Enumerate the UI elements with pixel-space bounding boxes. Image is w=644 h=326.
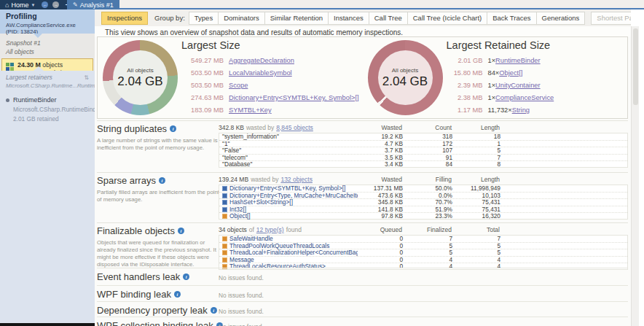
retainer-namespace: Microsoft.CSharp.RuntimeBinder (13, 106, 89, 113)
legend-type-link[interactable]: AggregateDeclaration (229, 57, 294, 64)
legend-item: 503.50 MB LocalVariableSymbol (181, 69, 359, 82)
table-row[interactable]: Message 0 4 4 (219, 256, 627, 263)
struct-icon (222, 207, 227, 212)
snapshot-icon (6, 63, 14, 71)
sparse-arrays-table: 139.24 MBwasted by132 objects Wasted Fil… (219, 175, 628, 220)
home-button[interactable]: ⌂ Home ▼ (3, 1, 37, 9)
table-rows: Dictionary+Entry<SYMTBL+Key, Symbol>[] 1… (219, 185, 628, 220)
section-sparse-arrays: Sparse arraysi Partially filled arrays a… (97, 172, 628, 222)
legend-type-link[interactable]: RuntimeBinder (495, 57, 541, 64)
class-icon (222, 257, 227, 263)
tab-shortest-paths[interactable]: Shortest Paths (591, 12, 631, 25)
legend-type-link[interactable]: Object[] (499, 69, 522, 77)
legend-item: 2.38 MB 1× ComplianceService (447, 94, 554, 106)
legend-item: 503.50 MB Scope (181, 82, 359, 94)
view-tabs: Inspections Group by: Types Dominators S… (95, 9, 631, 26)
retainer-item[interactable]: RuntimeBinder Microsoft.CSharp.RuntimeBi… (0, 96, 95, 123)
vertical-scrollbar[interactable] (631, 26, 639, 326)
legend-type-link[interactable]: LocalVariableSymbol (229, 69, 292, 77)
legend-item: 2.39 MB 1× UnityContainer (447, 82, 554, 94)
tab-analysis-1[interactable]: ✎ Analysis #1 (67, 0, 119, 9)
legend-type-link[interactable]: String (512, 106, 530, 114)
table-row[interactable]: ThreadLocal+FinalizationHelper<Concurren… (219, 249, 627, 255)
table-row[interactable]: "False" 3.7 KB 107 5 (219, 147, 627, 153)
profiling-header[interactable]: Profiling AW.ComplianceService.exe (PID:… (0, 9, 95, 34)
legend-type-link[interactable]: Scope (229, 82, 248, 89)
tab-inspections[interactable]: Inspections (101, 12, 148, 25)
objects-suffix: objects (41, 61, 63, 69)
largest-size-panel: All objects 2.04 GB Largest Size 549.27 … (98, 37, 363, 118)
panel-options-icon[interactable]: ⇅ (84, 74, 89, 81)
column-header: Wasted (357, 176, 402, 183)
section-wpf-binding-leak: WPF binding leaki No issues found. (97, 285, 628, 300)
legend-item: 1.17 MB 11,732× String (447, 106, 554, 119)
snapshot-label: Snapshot #1 (6, 39, 95, 47)
finalizable-objects-table: 34 objectsof12 type(s)found Queued Final… (219, 225, 628, 270)
objects-count-link[interactable]: 132 objects (280, 176, 312, 183)
table-row[interactable]: "telecom" 3.5 KB 91 7 (219, 154, 627, 160)
largest-size-donut-chart[interactable]: All objects 2.04 GB (103, 40, 178, 115)
tab-call-tree-icicle[interactable]: Call Tree (Icicle Chart) (407, 12, 488, 25)
back-button[interactable]: ← (42, 1, 48, 8)
donut-center-label: All objects (392, 67, 418, 74)
section-title: Dependency property leaki (97, 305, 219, 316)
legend-type-link[interactable]: UnityContainer (495, 82, 541, 89)
legend-type-link[interactable]: ComplianceService (495, 94, 554, 101)
tab-similar-retention[interactable]: Similar Retention (264, 12, 329, 25)
table-row[interactable]: Dictionary+Entry<SYMTBL+Key, Symbol>[] 1… (219, 185, 627, 192)
legend-type-link[interactable]: Dictionary+Entry<SYMTBL+Key, Symbol>[] (229, 94, 359, 101)
retainers-subtitle: Microsoft.CSharp.Runtime...RuntimeBinder (0, 81, 95, 89)
largest-retained-panel: All objects 2.04 GB Largest Retained Siz… (363, 37, 628, 118)
table-row[interactable]: Object[] 97.8 KB 23.3% 16,320 (219, 212, 627, 219)
table-row[interactable]: "system_information" 19.2 KB 318 18 (219, 133, 627, 140)
legend-count: 1× (488, 94, 496, 101)
table-rows: "system_information" 19.2 KB 318 18 "1" … (219, 133, 628, 168)
column-header: Count (402, 124, 452, 131)
forward-button[interactable]: → (52, 1, 59, 8)
scope-label: All objects (6, 48, 95, 55)
table-row[interactable]: HashSet+Slot<String>[] 345.8 KB 70.7% 75… (219, 198, 627, 205)
legend-count: 1× (488, 82, 496, 89)
info-icon[interactable]: i (178, 228, 184, 234)
donut-center-label: All objects (127, 67, 153, 74)
tab-types[interactable]: Types (189, 12, 219, 25)
table-row[interactable]: SafeWaitHandle 0 7 7 (219, 236, 627, 242)
info-icon[interactable]: i (183, 273, 189, 280)
scrollbar-thumb[interactable] (633, 28, 638, 105)
info-icon[interactable]: i (174, 291, 181, 298)
table-row[interactable]: "Database" 3.4 KB 84 8 (219, 160, 627, 167)
dotmemory-window: ⌂ Home ▼ ← → + ✎ Analysis #1 Profiling A… (0, 0, 644, 326)
legend-size: 2.01 GB (447, 57, 483, 64)
table-row[interactable]: ThreadPoolWorkQueueThreadLocals 0 5 5 (219, 242, 627, 249)
legend-type-link[interactable]: SYMTBL+Key (229, 106, 272, 114)
tab-dominators[interactable]: Dominators (218, 12, 265, 25)
info-icon[interactable]: i (211, 307, 217, 314)
objects-count-link[interactable]: 8,845 objects (276, 124, 313, 131)
section-dependency-property-leak: Dependency property leaki No issues foun… (97, 301, 628, 316)
section-wpf-collection-binding-leak: WPF collection binding leaki No issues f… (97, 317, 628, 326)
retainers-title: Largest retainers (6, 74, 52, 81)
table-row[interactable]: Int32[] 141.8 KB 51.9% 75,431 (219, 206, 627, 212)
column-header: Wasted (357, 124, 402, 131)
section-status: No issues found. (219, 305, 264, 316)
section-description: Objects that were queued for finalizatio… (97, 239, 221, 269)
class-icon (222, 236, 227, 241)
table-row[interactable]: Dictionary+Entry<Type, MruCache+MruCache… (219, 192, 627, 198)
info-icon[interactable]: i (170, 125, 176, 132)
home-label: Home (11, 1, 28, 9)
table-row[interactable]: "1" 4.7 KB 172 1 (219, 140, 627, 147)
class-icon (222, 214, 227, 219)
table-header: 342.8 KBwasted by8,845 objects Wasted Co… (219, 123, 628, 131)
tab-instances[interactable]: Instances (328, 12, 369, 25)
tab-generations[interactable]: Generations (536, 12, 586, 25)
tab-call-tree[interactable]: Call Tree (369, 12, 408, 25)
largest-retained-donut-chart[interactable]: All objects 2.04 GB (368, 40, 443, 115)
types-count-link[interactable]: 12 type(s) (256, 226, 284, 233)
home-icon: ⌂ (5, 1, 9, 9)
largest-size-title: Largest Size (181, 39, 240, 51)
section-intro: Sparse arraysi Partially filled arrays a… (97, 175, 217, 203)
section-status: No issues found. (219, 320, 264, 326)
info-icon[interactable]: i (159, 177, 165, 184)
titlebar: ⌂ Home ▼ ← → + ✎ Analysis #1 (0, 0, 644, 9)
tab-back-traces[interactable]: Back Traces (487, 12, 536, 25)
